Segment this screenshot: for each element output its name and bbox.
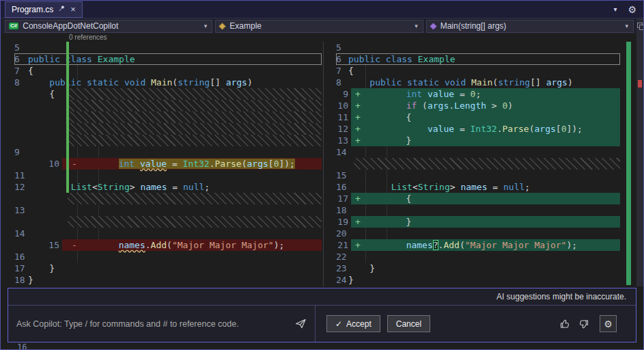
class-icon — [219, 23, 226, 29]
original-line-13[interactable]: 13 names = new List<String>(); — [1, 204, 323, 216]
diff-marker: + — [355, 111, 361, 123]
modified-line-20[interactable]: 20 — [324, 228, 636, 239]
modified-line-11[interactable]: 11+ { — [324, 111, 636, 123]
member-dropdown-label: Main(string[] args) — [440, 21, 507, 31]
codelens-references[interactable]: 0 references — [69, 33, 107, 41]
project-dropdown-label: ConsoleAppDotNetCopilot — [23, 21, 118, 31]
line-number — [1, 111, 62, 123]
line-number: 22 — [336, 252, 350, 262]
codelens-row: 0 references — [1, 33, 636, 42]
line-number: 10 — [1, 158, 62, 170]
modified-line-14[interactable]: 14 — [324, 146, 636, 158]
bottom-partial-row: 16 — [1, 342, 643, 350]
diff-marker: - — [72, 239, 77, 251]
diff-marker: + — [355, 193, 361, 204]
line-number: 15 — [1, 239, 62, 251]
modified-line-10[interactable]: 10+ if (args.Length > 0) — [324, 100, 636, 111]
close-icon[interactable]: × — [70, 5, 76, 14]
line-number: 15 — [336, 170, 350, 180]
original-line-11[interactable]: 11 List<String> names = null; — [1, 170, 323, 181]
member-dropdown[interactable]: Main(string[] args) ▾ — [426, 20, 634, 33]
line-number: 14 — [336, 147, 350, 157]
diff-marker: + — [355, 88, 361, 100]
line-number: 14 — [14, 228, 28, 239]
original-line-14[interactable]: 14 — [1, 228, 323, 239]
diff-marker: + — [355, 216, 361, 228]
modified-line-5[interactable]: 5public class Example — [324, 42, 636, 53]
csharp-project-icon: C# — [9, 23, 18, 29]
project-dropdown[interactable]: C# ConsoleAppDotNetCopilot ▾ — [5, 20, 212, 33]
diff-marker: + — [355, 123, 361, 135]
split-editor-icon[interactable] — [637, 23, 643, 28]
line-number — [1, 123, 62, 135]
modified-line-15[interactable]: 15 List<String> names = null; — [324, 170, 636, 181]
chevron-down-icon[interactable]: ▾ — [613, 5, 617, 13]
diff-marker: - — [72, 158, 77, 170]
line-number: 10 — [324, 100, 351, 111]
modified-line-13[interactable]: 13+ } — [324, 135, 636, 146]
diff-marker: + — [355, 239, 361, 251]
line-number: 11 — [324, 111, 351, 123]
modified-line-19[interactable]: 19+ } — [324, 216, 636, 228]
change-bar — [66, 42, 69, 193]
copilot-input[interactable] — [16, 319, 290, 329]
original-line-16[interactable]: 16 } — [1, 251, 323, 262]
line-number: 13 — [324, 135, 351, 146]
original-diff-spacer-row — [1, 111, 323, 123]
original-line-9[interactable]: 9 — [1, 146, 323, 158]
original-line-10[interactable]: 10- int value = Int32.Parse(args[0]); — [1, 158, 323, 170]
line-number: 5 — [14, 42, 23, 53]
modified-line-21[interactable]: 21+ names?.Add("Major Major Major"); — [324, 239, 636, 251]
chevron-down-icon: ▾ — [204, 23, 210, 29]
copilot-action-bar: ✓ Accept Cancel ⚙ — [316, 306, 636, 342]
line-number — [1, 100, 62, 111]
modified-line-9[interactable]: 9+ int value = 0; — [324, 88, 636, 100]
original-diff-spacer-row — [1, 135, 323, 146]
chevron-down-icon: ▾ — [415, 23, 420, 29]
tab-label: Program.cs — [12, 5, 53, 14]
cancel-button[interactable]: Cancel — [387, 315, 430, 332]
modified-line-18[interactable]: 18 names = new List<String>(); — [324, 204, 636, 216]
line-number: 9 — [14, 147, 23, 157]
send-icon[interactable] — [295, 319, 307, 329]
gear-icon[interactable]: ⚙ — [628, 4, 636, 15]
line-number: 16 — [14, 252, 28, 262]
ai-disclaimer-bar: AI suggestions might be inaccurate. — [8, 288, 636, 306]
modified-line-17[interactable]: 17+ { — [324, 193, 636, 204]
type-dropdown[interactable]: Example ▾ — [215, 20, 423, 33]
diff-editor: 5public class Example6{7 public static v… — [1, 42, 636, 286]
vs-window: Program.cs × ▾ ⚙ C# ConsoleAppDotNetCopi… — [0, 0, 644, 350]
original-line-5[interactable]: 5public class Example — [1, 42, 323, 53]
original-line-15[interactable]: 15- names.Add("Major Major Major"); — [1, 239, 323, 251]
diff-pane-modified[interactable]: 5public class Example6{7 public static v… — [324, 42, 636, 286]
original-diff-spacer-row — [1, 123, 323, 135]
scrollbar-error-marker — [638, 80, 642, 88]
line-number — [324, 158, 351, 170]
modified-line-12[interactable]: 12+ value = Int32.Parse(args[0]); — [324, 123, 636, 135]
chevron-down-icon: ▾ — [625, 23, 630, 29]
copilot-input-area — [8, 306, 316, 342]
tabbar-controls: ▾ ⚙ — [613, 4, 643, 15]
document-tab-bar: Program.cs × ▾ ⚙ — [1, 1, 643, 18]
tab-program-cs[interactable]: Program.cs × — [5, 1, 83, 18]
line-number: 18 — [336, 205, 350, 215]
scrollbar-column[interactable] — [636, 18, 643, 286]
pin-icon[interactable] — [58, 5, 66, 14]
settings-button[interactable]: ⚙ — [600, 315, 617, 332]
modified-diff-spacer-row — [324, 158, 636, 170]
accept-button[interactable]: ✓ Accept — [326, 315, 380, 332]
thumbs-up-icon[interactable] — [560, 319, 571, 329]
thumbs-down-icon[interactable] — [578, 319, 589, 329]
modified-line-22[interactable]: 22 } — [324, 251, 636, 262]
check-icon: ✓ — [335, 319, 342, 329]
line-number: 20 — [336, 228, 350, 239]
line-number — [1, 135, 62, 146]
line-number: 16 — [17, 342, 27, 350]
ai-disclaimer: AI suggestions might be inaccurate. — [496, 292, 626, 301]
navigation-bar: C# ConsoleAppDotNetCopilot ▾ Example ▾ M… — [1, 18, 636, 33]
diff-pane-original[interactable]: 5public class Example6{7 public static v… — [1, 42, 324, 286]
type-dropdown-label: Example — [229, 21, 262, 31]
line-number: 13 — [14, 205, 28, 215]
gear-icon: ⚙ — [604, 319, 613, 329]
copilot-inline-chat-panel: AI suggestions might be inaccurate. ✓ Ac… — [8, 288, 636, 342]
